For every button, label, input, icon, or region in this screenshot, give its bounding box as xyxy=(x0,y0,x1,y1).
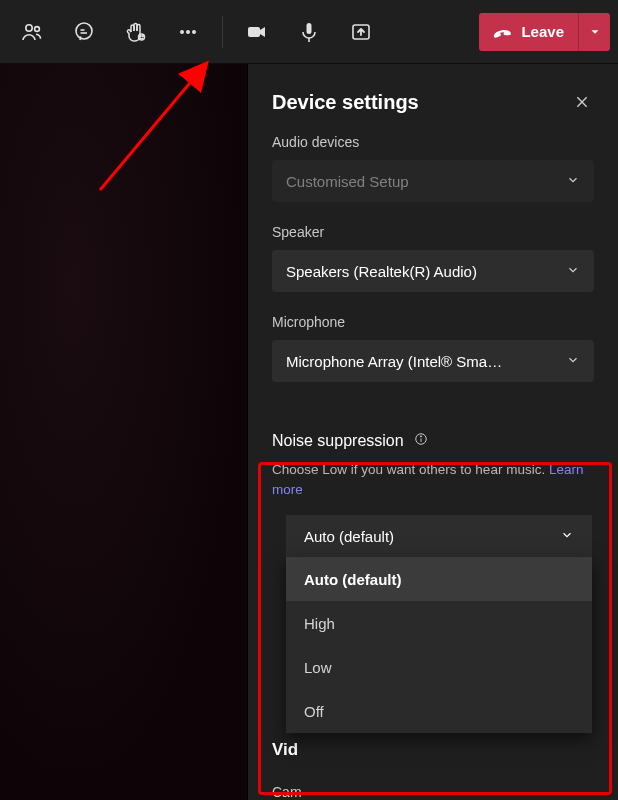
panel-header: Device settings xyxy=(248,64,618,134)
svg-point-1 xyxy=(35,26,40,31)
chevron-down-icon xyxy=(566,263,580,280)
microphone-label: Microphone xyxy=(272,314,594,330)
toolbar-right: Leave xyxy=(471,13,610,51)
svg-point-20 xyxy=(420,436,421,437)
svg-point-7 xyxy=(142,35,143,36)
camera-label: Cam xyxy=(272,784,302,800)
leave-caret-button[interactable] xyxy=(578,13,610,51)
noise-suppression-option[interactable]: Auto (default) xyxy=(286,557,592,601)
toolbar-left xyxy=(8,8,385,56)
device-settings-panel: Device settings Audio devices Customised… xyxy=(247,64,618,800)
svg-rect-11 xyxy=(248,27,260,37)
chevron-down-icon xyxy=(566,173,580,190)
share-icon[interactable] xyxy=(337,8,385,56)
noise-suppression-description: Choose Low if you want others to hear mu… xyxy=(272,460,594,499)
panel-title: Device settings xyxy=(272,91,419,114)
svg-point-10 xyxy=(192,30,196,34)
noise-suppression-option[interactable]: Low xyxy=(286,645,592,689)
svg-point-9 xyxy=(186,30,190,34)
audio-devices-value: Customised Setup xyxy=(286,173,556,190)
noise-suppression-title: Noise suppression xyxy=(272,432,404,450)
speaker-label: Speaker xyxy=(272,224,594,240)
leave-button[interactable]: Leave xyxy=(479,13,578,51)
svg-rect-12 xyxy=(307,23,312,34)
noise-suppression-dropdown[interactable]: Auto (default) xyxy=(286,515,592,557)
noise-suppression-section: Noise suppression Choose Low if you want… xyxy=(248,432,618,557)
noise-suppression-option[interactable]: Off xyxy=(286,689,592,733)
noise-suppression-menu: Auto (default) High Low Off xyxy=(286,557,592,733)
svg-point-2 xyxy=(76,23,92,39)
speaker-value: Speakers (Realtek(R) Audio) xyxy=(286,263,556,280)
noise-suppression-header: Noise suppression xyxy=(272,432,594,450)
noise-suppression-selected: Auto (default) xyxy=(304,528,394,545)
audio-devices-dropdown[interactable]: Customised Setup xyxy=(272,160,594,202)
audio-devices-label: Audio devices xyxy=(272,134,594,150)
microphone-value: Microphone Array (Intel® Sma… xyxy=(286,353,556,370)
audio-devices-section: Audio devices Customised Setup xyxy=(248,134,618,202)
leave-button-group: Leave xyxy=(479,13,610,51)
video-area xyxy=(0,64,247,800)
toolbar-divider xyxy=(222,16,223,48)
microphone-icon[interactable] xyxy=(285,8,333,56)
leave-button-label: Leave xyxy=(521,23,564,40)
speaker-dropdown[interactable]: Speakers (Realtek(R) Audio) xyxy=(272,250,594,292)
camera-icon[interactable] xyxy=(233,8,281,56)
microphone-section: Microphone Microphone Array (Intel® Sma… xyxy=(248,314,618,382)
raise-hand-icon[interactable] xyxy=(112,8,160,56)
chevron-down-icon xyxy=(566,353,580,370)
svg-point-6 xyxy=(140,35,141,36)
info-icon[interactable] xyxy=(414,432,428,450)
svg-point-8 xyxy=(180,30,184,34)
video-section-title: Vid xyxy=(272,740,298,760)
chevron-down-icon xyxy=(560,528,574,545)
microphone-dropdown[interactable]: Microphone Array (Intel® Sma… xyxy=(272,340,594,382)
more-options-icon[interactable] xyxy=(164,8,212,56)
svg-point-0 xyxy=(26,24,32,30)
people-icon[interactable] xyxy=(8,8,56,56)
noise-suppression-option[interactable]: High xyxy=(286,601,592,645)
close-icon[interactable] xyxy=(568,88,596,116)
chat-icon[interactable] xyxy=(60,8,108,56)
top-toolbar: Leave xyxy=(0,0,618,64)
speaker-section: Speaker Speakers (Realtek(R) Audio) xyxy=(248,224,618,292)
